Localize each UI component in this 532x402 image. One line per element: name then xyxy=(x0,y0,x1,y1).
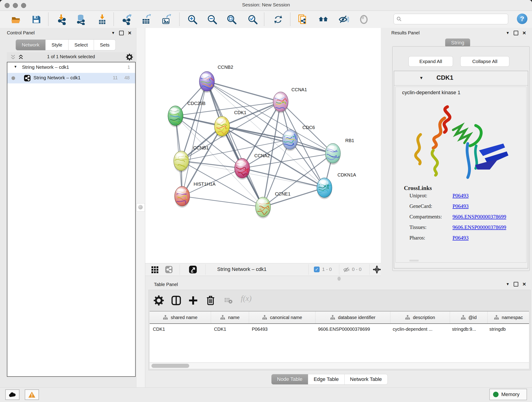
column-header-name[interactable]: name xyxy=(211,312,249,323)
create-column-icon[interactable] xyxy=(188,295,198,306)
zoom-selected-icon[interactable] xyxy=(247,14,258,25)
crosslink-link[interactable]: 9606.ENSP00000378699 xyxy=(452,214,506,220)
tab-style[interactable]: Style xyxy=(46,39,69,51)
network-selector-bar: 1 of 1 Network selected xyxy=(7,52,135,62)
table-cell[interactable]: CDK1 xyxy=(150,324,211,334)
apply-function-icon[interactable]: f(x) xyxy=(241,294,261,304)
crosslink-row: Tissues:9606.ENSP00000378699 xyxy=(396,224,526,235)
crosslink-link[interactable]: 9606.ENSP00000378699 xyxy=(452,224,506,230)
float-panel-icon[interactable]: ▼ xyxy=(111,31,115,35)
tab-select[interactable]: Select xyxy=(69,39,94,51)
export-network-icon[interactable] xyxy=(121,14,133,25)
open-in-new-window-icon[interactable] xyxy=(189,265,197,274)
expander-icon[interactable]: ▼ xyxy=(14,65,17,69)
table-cell[interactable]: cyclin-dependent ... xyxy=(389,324,449,334)
float-panel-icon[interactable]: ▼ xyxy=(506,31,510,35)
search-input[interactable] xyxy=(394,14,508,24)
network-options-gear-icon[interactable] xyxy=(126,54,133,61)
crosslink-link[interactable]: P06493 xyxy=(452,193,469,199)
main-toolbar: ? xyxy=(0,11,532,28)
gene-section-header[interactable]: ▼ CDK1 xyxy=(394,71,528,85)
network-from-selection-icon[interactable] xyxy=(298,14,308,25)
zoom-in-icon[interactable] xyxy=(187,14,198,25)
zoom-fit-icon[interactable] xyxy=(226,14,237,25)
collection-name: String Network – cdk1 xyxy=(22,64,69,70)
network-row[interactable]: String Network – cdk1 11 48 xyxy=(7,73,135,83)
scrollbar-thumb[interactable] xyxy=(152,364,189,368)
table-cell[interactable]: stringdb xyxy=(486,324,528,334)
column-header-canonical-name[interactable]: canonical name xyxy=(249,312,316,323)
network-node-HIST1H1A[interactable]: HIST1H1A xyxy=(175,182,215,208)
float-panel-icon[interactable]: ▼ xyxy=(506,282,510,286)
warnings-button[interactable] xyxy=(25,389,39,400)
birdseye-crosshair-icon[interactable] xyxy=(373,265,381,274)
collapse-section-icon[interactable]: ▼ xyxy=(419,76,423,80)
maximize-panel-icon[interactable] xyxy=(119,31,124,35)
network-node-CCNA1[interactable]: CCNA1 xyxy=(273,87,307,113)
table-options-gear-icon[interactable] xyxy=(154,295,164,306)
delete-table-icon[interactable] xyxy=(224,297,233,304)
close-panel-icon[interactable]: ✕ xyxy=(522,281,526,287)
network-node-CDKN1A[interactable]: CDKN1A xyxy=(317,172,356,199)
network-canvas[interactable]: CCNB2CCNA1CDC25BCDK1CDC6RB1CCNB1CCNA2CDK… xyxy=(145,28,381,263)
show-all-icon[interactable] xyxy=(358,14,369,25)
hide-selected-icon[interactable] xyxy=(338,14,349,25)
apply-layout-icon[interactable] xyxy=(273,14,284,25)
tab-node-table[interactable]: Node Table xyxy=(271,374,308,385)
delete-column-icon[interactable] xyxy=(206,295,215,306)
selected-checkbox-icon[interactable]: ✓ xyxy=(314,267,320,272)
column-header-database-identifier[interactable]: database identifier xyxy=(316,312,390,323)
network-node-CCNB2[interactable]: CCNB2 xyxy=(199,65,233,93)
hidden-eye-icon[interactable] xyxy=(343,266,350,274)
node-label-CCNE1: CCNE1 xyxy=(275,191,291,196)
column-label: namespac xyxy=(502,315,523,320)
save-session-icon[interactable] xyxy=(31,14,42,25)
tab-network[interactable]: Network xyxy=(16,39,46,51)
import-database-icon[interactable] xyxy=(76,14,87,25)
left-splitter-handle[interactable] xyxy=(137,203,145,211)
table-cell[interactable]: stringdb:9... xyxy=(449,324,486,334)
network-collection-row[interactable]: ▼ String Network – cdk1 1 xyxy=(7,62,135,73)
table-cell[interactable]: 9606.ENSP00000378699 xyxy=(315,324,389,334)
left-splitter[interactable] xyxy=(136,28,145,387)
network-selected-text: 1 of 1 Network selected xyxy=(7,54,135,59)
column-header-description[interactable]: description xyxy=(390,312,450,323)
zoom-out-icon[interactable] xyxy=(207,14,218,25)
table-cell[interactable]: CDK1 xyxy=(211,324,249,334)
show-columns-icon[interactable] xyxy=(171,295,181,306)
export-table-icon[interactable] xyxy=(141,14,152,25)
tab-edge-table[interactable]: Edge Table xyxy=(308,374,345,385)
cloud-status-button[interactable] xyxy=(5,389,19,400)
memory-button[interactable]: Memory xyxy=(489,389,527,400)
open-session-icon[interactable] xyxy=(11,14,22,25)
first-neighbors-icon[interactable] xyxy=(318,14,329,25)
column-header-@id[interactable]: @id xyxy=(450,312,488,323)
table-h-scrollbar[interactable] xyxy=(150,363,529,369)
table-cell[interactable]: P06493 xyxy=(249,324,315,334)
tab-string[interactable]: String xyxy=(445,38,470,47)
crosslink-link[interactable]: P06493 xyxy=(452,235,469,241)
close-panel-icon[interactable]: ✕ xyxy=(522,30,526,36)
close-panel-icon[interactable]: ✕ xyxy=(128,30,132,36)
collapse-all-button[interactable]: Collapse All xyxy=(460,56,509,67)
help-button[interactable]: ? xyxy=(517,13,527,24)
tab-network-table[interactable]: Network Table xyxy=(345,374,388,385)
export-image-icon[interactable] xyxy=(161,14,172,25)
bottom-splitter-handle[interactable] xyxy=(337,277,341,281)
import-network-icon[interactable] xyxy=(56,14,67,25)
results-scrollbar[interactable] xyxy=(409,260,418,262)
table-row[interactable]: CDK1CDK1P064939606.ENSP00000378699cyclin… xyxy=(150,324,529,334)
network-view-icon[interactable] xyxy=(165,266,173,274)
grid-view-icon[interactable] xyxy=(151,266,158,274)
network-node-RB1[interactable]: RB1 xyxy=(325,138,354,165)
expand-all-button[interactable]: Expand All xyxy=(409,56,453,67)
column-header-namespac[interactable]: namespac xyxy=(488,312,530,323)
column-header-shared-name[interactable]: shared name xyxy=(150,312,211,323)
maximize-panel-icon[interactable] xyxy=(514,31,518,35)
node-label-CDC25B: CDC25B xyxy=(187,101,206,106)
import-table-icon[interactable] xyxy=(97,14,108,25)
crosslink-link[interactable]: P06493 xyxy=(452,203,469,209)
maximize-panel-icon[interactable] xyxy=(514,282,518,287)
network-node-CCNE1[interactable]: CCNE1 xyxy=(255,191,291,218)
tab-sets[interactable]: Sets xyxy=(94,39,116,51)
